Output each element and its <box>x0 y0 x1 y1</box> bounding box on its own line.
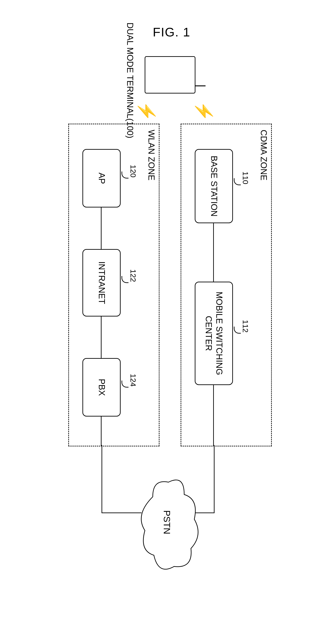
base-station-label: BASE STATION <box>208 156 219 217</box>
wlan-zone: WLAN ZONE AP 120 INTRANET 122 PBX 124 <box>68 124 159 446</box>
cdma-zone: CDMA ZONE BASE STATION 110 MOBILE SWITCH… <box>181 124 272 446</box>
connector <box>214 445 215 512</box>
pbx-block: PBX <box>82 358 121 416</box>
connector <box>213 223 214 282</box>
connector <box>101 208 101 249</box>
ref-tick <box>234 326 241 334</box>
connector <box>101 445 102 512</box>
wlan-zone-label: WLAN ZONE <box>146 130 156 180</box>
ref-tick <box>121 380 128 388</box>
ref-tick <box>121 276 128 283</box>
cdma-zone-label: CDMA ZONE <box>259 130 269 180</box>
connector <box>101 416 101 446</box>
ap-label: AP <box>96 173 107 184</box>
ap-block: AP <box>82 149 121 208</box>
phone-antenna-icon <box>195 86 206 86</box>
radio-bolt-icon: ⚡ <box>196 101 212 122</box>
msc-label: MOBILE SWITCHING CENTER <box>203 292 225 375</box>
ref-tick <box>234 178 241 185</box>
intranet-label: INTRANET <box>96 262 107 304</box>
pbx-label: PBX <box>96 379 107 396</box>
phone-icon <box>145 56 195 94</box>
connector <box>101 316 101 358</box>
base-station-block: BASE STATION <box>195 149 233 223</box>
pbx-ref: 124 <box>129 374 137 386</box>
msc-block: MOBILE SWITCHING CENTER <box>195 282 233 385</box>
figure-title: FIG. 1 <box>153 25 191 39</box>
intranet-block: INTRANET <box>82 249 121 316</box>
ap-ref: 120 <box>129 165 137 178</box>
pstn-label: PSTN <box>162 510 172 534</box>
ref-tick <box>121 172 128 178</box>
intranet-ref: 122 <box>129 269 137 282</box>
base-station-ref: 110 <box>241 172 250 184</box>
connector <box>213 385 214 446</box>
msc-ref: 112 <box>241 320 250 333</box>
dual-mode-terminal-label: DUAL MODE TERMINAL(100) <box>125 22 135 138</box>
radio-bolt-icon: ⚡ <box>139 101 155 122</box>
